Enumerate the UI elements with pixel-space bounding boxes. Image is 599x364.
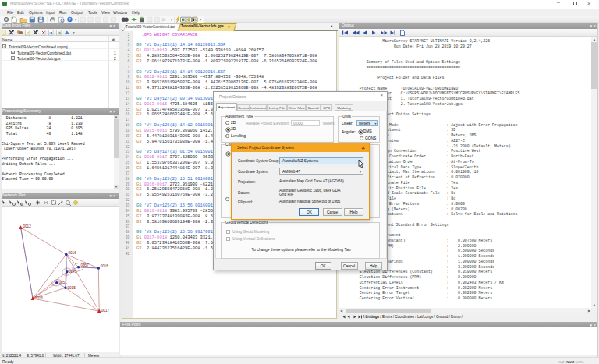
svg-text:0016: 0016 bbox=[69, 251, 77, 255]
svg-text:0013: 0013 bbox=[35, 296, 44, 300]
svg-text:0045: 0045 bbox=[69, 270, 77, 274]
svg-text:0018: 0018 bbox=[101, 264, 109, 268]
svg-text:0051: 0051 bbox=[59, 281, 68, 284]
svg-text:0057: 0057 bbox=[81, 263, 90, 267]
svg-text:0015: 0015 bbox=[68, 286, 76, 290]
svg-text:0017: 0017 bbox=[101, 309, 110, 313]
svg-text:?: ? bbox=[69, 17, 71, 22]
svg-text:0012: 0012 bbox=[23, 224, 32, 228]
